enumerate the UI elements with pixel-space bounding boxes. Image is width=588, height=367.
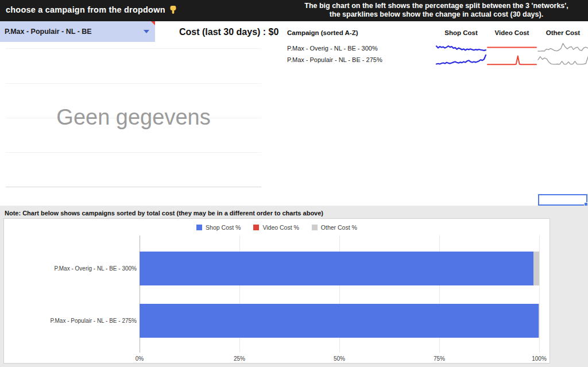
campaign-row-label: P.Max - Overig - NL - BE - 300% [287,45,378,52]
cost-summary-label: Cost (last 30 days) : $0 [179,27,278,37]
legend-label: Other Cost % [321,224,357,231]
legend-label: Video Cost % [262,224,299,231]
spreadsheet-dashboard: choose a campaign from the dropdown The … [0,0,588,367]
chevron-down-icon[interactable] [144,30,149,33]
video-legend-swatch [253,225,259,230]
bar-category-label: P.Max - Populair - NL - BE - 275% [36,318,137,324]
axis-line [6,187,261,187]
campaign-row-label: P.Max - Populair - NL - BE - 275% [287,56,382,63]
shop-cost-column-header: Shop Cost [436,29,486,36]
pointing-down-icon [169,5,177,14]
x-tick-label: 0% [128,356,151,362]
chart-note: Note: Chart below shows campaigns sorted… [5,210,323,217]
bar-segment [539,304,539,338]
instruction-left-text: choose a campaign from the dropdown [6,5,165,14]
x-tick-label: 75% [428,356,451,362]
x-tick-label: 50% [328,356,351,362]
bar-category-label: P.Max - Overig - NL - BE - 300% [36,265,137,272]
campaign-list-header: Campaign (sorted A-Z) [287,29,358,36]
other-legend-swatch [312,225,318,230]
bar-segment [533,252,539,285]
legend-item-other: Other Cost % [312,224,357,231]
gridline [6,48,261,49]
gridline [6,83,261,84]
other-cost-column-header: Other Cost [538,29,588,36]
x-tick-label: 25% [228,356,251,362]
top-instruction-bar: choose a campaign from the dropdown The … [0,0,588,21]
other-cost-sparkline [538,53,588,67]
x-gridline [539,235,540,353]
video-cost-column-header: Video Cost [488,29,536,36]
selected-cell[interactable] [538,194,587,206]
no-data-message: Geen gegevens [6,105,261,130]
bar-segment [140,304,539,338]
legend-label: Shop Cost % [206,224,241,231]
instruction-left: choose a campaign from the dropdown [6,5,177,14]
legend-item-video: Video Cost % [253,224,299,231]
cell-note-corner-icon [151,21,155,25]
campaign-dropdown[interactable]: P.Max - Populair - NL - BE [0,21,155,42]
instruction-right: The big chart on the left shows the perc… [287,2,586,19]
x-tick-label: 100% [528,356,551,362]
gridline [6,152,261,153]
campaign-dropdown-value: P.Max - Populair - NL - BE [5,28,92,36]
instruction-right-line2: the sparklines below show the change in … [287,10,586,19]
shop-cost-sparkline [436,41,486,54]
shop-cost-sparkline [436,53,486,67]
stacked-bar-chart: Shop Cost % Video Cost % Other Cost % P.… [3,218,550,364]
other-cost-sparkline [538,41,588,54]
video-cost-sparkline [488,53,536,67]
chart-legend: Shop Cost % Video Cost % Other Cost % [4,224,550,231]
bar-segment [140,252,533,285]
legend-item-shop: Shop Cost % [196,224,241,231]
shop-legend-swatch [196,225,202,230]
instruction-right-line1: The big chart on the left shows the perc… [287,2,586,10]
video-cost-sparkline [488,41,536,54]
